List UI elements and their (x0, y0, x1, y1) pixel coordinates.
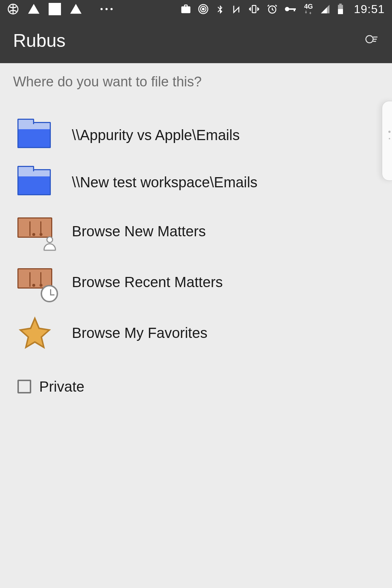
private-checkbox[interactable] (17, 380, 31, 393)
square-icon (49, 3, 61, 15)
svg-rect-4 (252, 5, 256, 13)
option-label: \\New test workspace\Emails (72, 174, 257, 191)
nfc-icon (231, 4, 241, 15)
hotspot-icon (198, 4, 209, 15)
status-bar: ••• 4G 19:51 (0, 0, 392, 18)
option-browse-new-matters[interactable]: Browse New Matters (0, 206, 392, 257)
warning-icon-2 (70, 3, 82, 15)
private-label: Private (39, 379, 85, 395)
option-browse-recent-matters[interactable]: Browse Recent Matters (0, 257, 392, 307)
app-title-bar: Rubus (0, 18, 392, 63)
star-icon (17, 315, 52, 350)
bluetooth-icon (215, 4, 225, 15)
vibrate-icon (248, 4, 260, 15)
app-title: Rubus (13, 30, 66, 51)
option-label: Browse Recent Matters (72, 274, 223, 290)
network-4g-icon: 4G (304, 3, 313, 15)
work-icon (180, 4, 191, 15)
warning-icon (28, 3, 40, 15)
folder-icon (17, 122, 51, 148)
status-clock: 19:51 (354, 3, 385, 16)
folder-icon (17, 169, 51, 195)
svg-point-1 (202, 8, 204, 10)
option-folder-1[interactable]: \\Appurity vs Apple\Emails (0, 111, 392, 159)
alarm-icon (267, 4, 278, 15)
more-dots-icon: ••• (100, 4, 115, 14)
edge-panel-dots (388, 131, 391, 139)
file-prompt: Where do you want to file this? (0, 63, 392, 98)
search-filter-button[interactable] (362, 30, 382, 52)
briefcase-clock-icon (17, 266, 55, 298)
edge-panel-handle[interactable] (382, 101, 392, 181)
battery-icon (337, 4, 344, 15)
option-browse-favorites[interactable]: Browse My Favorites (0, 307, 392, 358)
svg-point-13 (47, 237, 52, 242)
option-label: Browse New Matters (72, 223, 206, 240)
vpn-key-icon (284, 5, 297, 13)
options-list: \\Appurity vs Apple\Emails \\New test wo… (0, 98, 392, 358)
svg-point-12 (366, 36, 373, 43)
svg-rect-11 (338, 9, 343, 14)
signal-icon (320, 4, 331, 14)
private-option[interactable]: Private (0, 365, 392, 408)
option-label: \\Appurity vs Apple\Emails (72, 127, 240, 143)
option-label: Browse My Favorites (72, 325, 207, 341)
svg-rect-8 (294, 8, 295, 11)
option-folder-2[interactable]: \\New test workspace\Emails (0, 159, 392, 206)
guardian-icon (7, 3, 19, 15)
briefcase-person-icon (17, 215, 55, 247)
svg-rect-9 (339, 4, 342, 5)
content-area: Where do you want to file this? \\Appuri… (0, 63, 392, 408)
